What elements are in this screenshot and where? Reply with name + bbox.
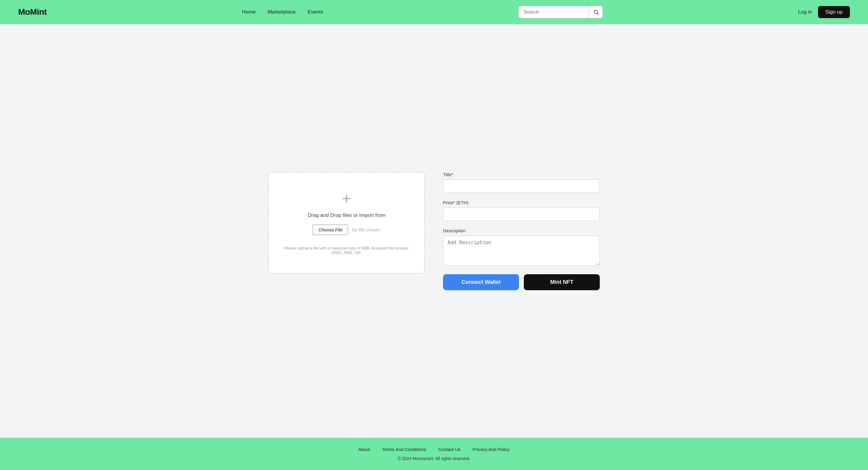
title-group: Title* [443,172,600,193]
price-group: Price* (ETH) [443,200,600,221]
upload-hint: Please upload a file with a maximum size… [281,246,412,255]
header: MoMint Home Marketplace Events Log in Si… [0,0,868,24]
search-input[interactable] [519,6,589,18]
title-input[interactable] [443,179,600,193]
action-buttons: Connect Wallet Mint NFT [443,274,600,290]
footer: About Terms And Conditions Contact Us Pr… [0,438,868,470]
search-icon [593,9,599,15]
svg-line-1 [597,13,599,15]
choose-file-button[interactable]: Choose File [313,225,348,235]
svg-point-0 [594,10,598,13]
footer-about[interactable]: About [358,447,370,452]
title-label: Title* [443,172,600,177]
signup-button[interactable]: Sign up [818,6,850,18]
description-group: Description [443,228,600,266]
main-content: + Drag and Drop files or Import from Cho… [0,24,868,438]
footer-privacy[interactable]: Privacy And Policy [472,447,510,452]
drag-drop-text: Drag and Drop files or Import from [308,212,385,218]
mint-nft-button[interactable]: Mint NFT [524,274,600,290]
dropzone[interactable]: + Drag and Drop files or Import from Cho… [268,172,425,274]
nav-events[interactable]: Events [308,9,323,15]
footer-links: About Terms And Conditions Contact Us Pr… [12,447,856,452]
upload-section: + Drag and Drop files or Import from Cho… [268,172,425,274]
no-file-text: No file chosen [352,227,380,232]
main-nav: Home Marketplace Events [242,9,323,15]
connect-wallet-button[interactable]: Connect Wallet [443,274,519,290]
search-bar [518,6,603,19]
form-section: Title* Price* (ETH) Description Connect … [443,172,600,290]
mint-container: + Drag and Drop files or Import from Cho… [268,172,600,290]
nav-marketplace[interactable]: Marketplace [268,9,296,15]
plus-icon: + [342,190,351,206]
auth-area: Log in Sign up [798,6,850,18]
price-label: Price* (ETH) [443,200,600,205]
description-textarea[interactable] [443,236,600,266]
login-button[interactable]: Log in [798,9,812,15]
description-label: Description [443,228,600,233]
file-input-wrapper: Choose File No file chosen [313,225,380,235]
footer-terms[interactable]: Terms And Conditions [382,447,426,452]
footer-contact[interactable]: Contact Us [438,447,461,452]
nav-home[interactable]: Home [242,9,255,15]
footer-copyright: © 2024 Moneymint. All rights reserved. [12,456,856,461]
price-input[interactable] [443,208,600,221]
search-button[interactable] [589,6,603,18]
logo: MoMint [18,7,47,17]
